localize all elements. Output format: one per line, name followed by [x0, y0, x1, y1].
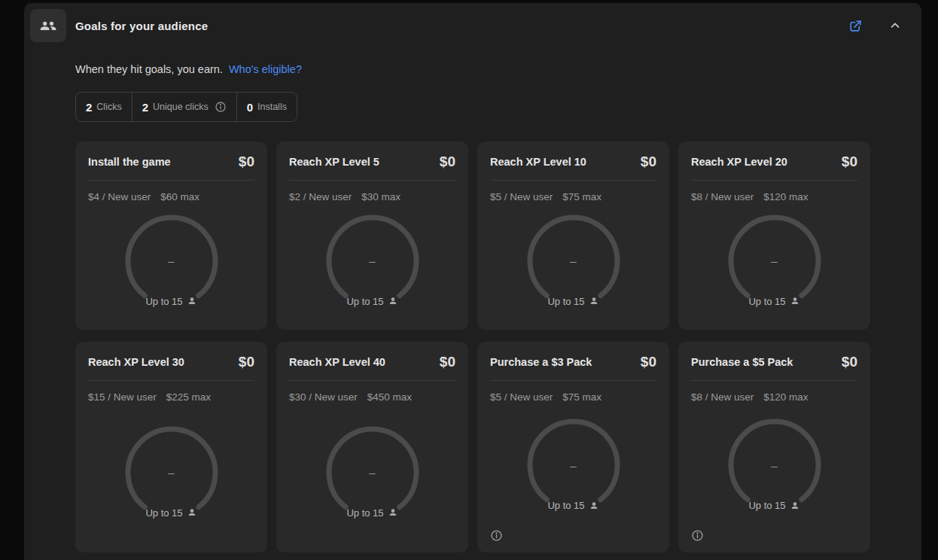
rate-per-user: $15 / New user — [88, 391, 157, 403]
goal-card: Reach XP Level 10 $0 $5 / New user $75 m… — [477, 142, 669, 330]
card-info-row — [490, 529, 656, 542]
capacity-label: Up to 15 — [725, 296, 824, 307]
info-icon — [691, 529, 704, 542]
goal-title: Reach XP Level 40 — [289, 356, 385, 368]
rate-max: $450 max — [367, 391, 412, 403]
earned-amount: $0 — [440, 154, 455, 170]
person-icon — [187, 296, 197, 306]
chevron-up-icon — [888, 19, 902, 32]
capacity-text: Up to 15 — [145, 296, 182, 307]
rate-per-user: $5 / New user — [490, 391, 553, 403]
goal-card: Reach XP Level 20 $0 $8 / New user $120 … — [678, 142, 870, 330]
stat-value: 0 — [247, 101, 253, 114]
goal-title: Install the game — [88, 156, 171, 168]
card-rates: $4 / New user $60 max — [88, 191, 254, 202]
collapse-button[interactable] — [887, 17, 903, 34]
person-icon — [589, 296, 599, 306]
card-head: Purchase a $5 Pack $0 — [691, 354, 857, 370]
rate-per-user: $8 / New user — [691, 391, 754, 403]
capacity-label: Up to 15 — [725, 500, 824, 511]
divider — [490, 180, 656, 181]
stat-item: 2 Clicks — [76, 93, 132, 121]
goal-title: Purchase a $3 Pack — [490, 356, 592, 368]
capacity-text: Up to 15 — [748, 500, 785, 511]
rate-per-user: $30 / New user — [289, 391, 358, 403]
card-head: Install the game $0 — [88, 154, 254, 170]
earned-amount: $0 — [641, 154, 656, 170]
audience-group-icon — [30, 9, 66, 42]
goal-card: Reach XP Level 5 $0 $2 / New user $30 ma… — [276, 142, 468, 330]
whos-eligible-link[interactable]: Who's eligible? — [229, 63, 302, 75]
card-head: Reach XP Level 30 $0 — [88, 354, 254, 370]
progress-gauge: – Up to 15 — [524, 415, 623, 515]
goal-info-button[interactable] — [691, 529, 704, 542]
rate-max: $120 max — [763, 391, 808, 403]
card-rates: $15 / New user $225 max — [88, 391, 254, 403]
divider — [88, 380, 254, 381]
stat-value: 2 — [142, 101, 148, 114]
goal-card: Purchase a $3 Pack $0 $5 / New user $75 … — [477, 342, 669, 552]
page-title: Goals for your audience — [75, 20, 208, 32]
stat-item: 2 Unique clicks — [132, 93, 236, 121]
earned-amount: $0 — [842, 154, 857, 170]
divider — [289, 180, 455, 181]
person-icon — [187, 507, 197, 518]
goal-title: Reach XP Level 10 — [490, 156, 586, 168]
earned-amount: $0 — [842, 354, 857, 370]
goal-title: Reach XP Level 30 — [88, 356, 184, 368]
open-external-button[interactable] — [847, 17, 864, 35]
person-icon — [790, 296, 800, 306]
card-rates: $30 / New user $450 max — [289, 391, 455, 403]
card-rates: $5 / New user $75 max — [490, 191, 656, 202]
goal-card: Purchase a $5 Pack $0 $8 / New user $120… — [678, 342, 870, 552]
capacity-text: Up to 15 — [547, 296, 584, 307]
goal-title: Purchase a $5 Pack — [691, 356, 793, 368]
card-head: Reach XP Level 20 $0 — [691, 154, 857, 170]
person-icon — [388, 296, 398, 306]
progress-gauge: – Up to 15 — [122, 423, 221, 522]
rate-per-user: $8 / New user — [691, 191, 754, 202]
progress-gauge: – Up to 15 — [524, 212, 623, 311]
capacity-text: Up to 15 — [145, 507, 182, 519]
progress-gauge: – Up to 15 — [122, 212, 221, 311]
intro-text: When they hit goals, you earn. Who's eli… — [75, 63, 870, 75]
goal-info-button[interactable] — [490, 529, 503, 542]
progress-gauge: – Up to 15 — [323, 212, 422, 311]
stat-label: Unique clicks — [153, 102, 209, 112]
progress-gauge: – Up to 15 — [725, 415, 824, 515]
goal-card: Reach XP Level 30 $0 $15 / New user $225… — [75, 342, 267, 552]
divider — [691, 380, 857, 381]
stat-label: Clicks — [96, 102, 121, 112]
stat-label: Installs — [257, 102, 287, 112]
card-rates: $8 / New user $120 max — [691, 391, 857, 403]
card-head: Reach XP Level 40 $0 — [289, 354, 455, 370]
card-rates: $8 / New user $120 max — [691, 191, 857, 202]
person-icon — [790, 501, 800, 511]
card-rates: $5 / New user $75 max — [490, 391, 656, 403]
stats-bar: 2 Clicks 2 Unique clicks 0 Installs — [75, 92, 297, 122]
capacity-label: Up to 15 — [524, 296, 623, 307]
goals-panel: Goals for your audience When they hit go… — [24, 3, 921, 560]
earned-amount: $0 — [641, 354, 656, 370]
rate-max: $120 max — [763, 191, 808, 202]
info-icon[interactable] — [215, 101, 227, 113]
card-head: Reach XP Level 5 $0 — [289, 154, 455, 170]
info-icon — [490, 529, 503, 542]
progress-gauge: – Up to 15 — [323, 423, 422, 522]
earned-amount: $0 — [440, 354, 455, 370]
stat-item: 0 Installs — [236, 93, 297, 121]
rate-per-user: $4 / New user — [88, 191, 151, 202]
intro-sentence: When they hit goals, you earn. — [75, 63, 223, 75]
rate-max: $30 max — [361, 191, 400, 202]
earned-amount: $0 — [239, 354, 254, 370]
rate-max: $225 max — [166, 391, 211, 403]
goal-card: Install the game $0 $4 / New user $60 ma… — [75, 142, 267, 330]
earned-amount: $0 — [239, 154, 254, 170]
group-icon — [38, 16, 58, 35]
capacity-label: Up to 15 — [122, 296, 221, 307]
rate-max: $75 max — [562, 391, 601, 403]
capacity-label: Up to 15 — [323, 296, 422, 307]
capacity-text: Up to 15 — [346, 507, 383, 519]
goal-card: Reach XP Level 40 $0 $30 / New user $450… — [276, 342, 468, 552]
progress-gauge: – Up to 15 — [725, 212, 824, 311]
